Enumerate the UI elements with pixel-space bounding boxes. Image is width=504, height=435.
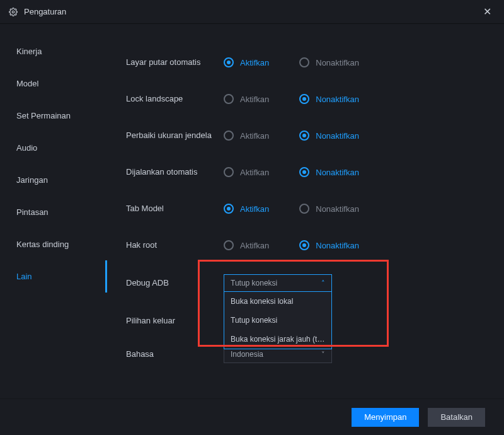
dropdown-option[interactable]: Buka koneksi jarak jauh (ti... (224, 330, 331, 349)
radio-group: Aktifkan Nonaktifkan (224, 57, 359, 67)
close-icon: ✕ (483, 6, 491, 17)
cancel-button[interactable]: Batalkan (428, 408, 485, 427)
sidebar-item-label: Kertas dinding (16, 240, 69, 249)
row-perbaiki-ukuran-jendela: Perbaiki ukuran jendela Aktifkan Nonakti… (126, 117, 479, 154)
radio-disable[interactable]: Nonaktifkan (299, 94, 359, 104)
sidebar-item-kertas-dinding[interactable]: Kertas dinding (0, 228, 107, 260)
sidebar-item-label: Jaringan (16, 175, 48, 185)
debug-adb-dropdown: Buka koneksi lokal Tutup koneksi Buka ko… (224, 292, 332, 349)
sidebar-item-model[interactable]: Model (0, 67, 107, 100)
radio-enable[interactable]: Aktifkan (224, 94, 269, 104)
chevron-up-icon: ˄ (321, 279, 325, 287)
row-debug-adb: Debug ADB Tutup koneksi ˄ Buka koneksi l… (126, 264, 479, 303)
radio-group: Aktifkan Nonaktifkan (224, 167, 359, 177)
close-button[interactable]: ✕ (479, 3, 495, 20)
titlebar: Pengaturan ✕ (0, 0, 504, 24)
row-label: Dijalankan otomatis (126, 166, 224, 178)
radio-disable[interactable]: Nonaktifkan (299, 57, 359, 67)
row-label: Hak root (126, 240, 224, 251)
row-tab-model: Tab Model Aktifkan Nonaktifkan (126, 190, 479, 227)
radio-group: Aktifkan Nonaktifkan (224, 240, 359, 250)
row-label: Layar putar otomatis (126, 57, 224, 68)
save-button[interactable]: Menyimpan (352, 408, 419, 427)
gear-icon (9, 8, 18, 16)
select-value: Tutup koneksi (231, 279, 277, 287)
sidebar-item-label: Model (16, 79, 38, 88)
chevron-down-icon: ˅ (321, 351, 325, 359)
sidebar-item-label: Audio (16, 143, 37, 153)
footer: Menyimpan Batalkan (0, 398, 504, 435)
sidebar-item-lain[interactable]: Lain (0, 260, 107, 293)
radio-disable[interactable]: Nonaktifkan (299, 167, 359, 177)
sidebar-item-label: Kinerja (16, 47, 42, 56)
radio-enable[interactable]: Aktifkan (224, 167, 269, 177)
sidebar-item-label: Set Permainan (16, 111, 71, 120)
row-label: Perbaiki ukuran jendela (126, 130, 224, 141)
window-title: Pengaturan (24, 7, 66, 16)
radio-disable[interactable]: Nonaktifkan (299, 204, 359, 214)
dropdown-option[interactable]: Buka koneksi lokal (224, 292, 331, 311)
row-dijalankan-otomatis: Dijalankan otomatis Aktifkan Nonaktifkan (126, 154, 479, 190)
row-label: Bahasa (126, 349, 224, 360)
sidebar-item-set-permainan[interactable]: Set Permainan (0, 100, 107, 132)
radio-group: Aktifkan Nonaktifkan (224, 130, 359, 141)
radio-disable[interactable]: Nonaktifkan (299, 240, 359, 250)
radio-disable[interactable]: Nonaktifkan (299, 130, 359, 141)
radio-enable[interactable]: Aktifkan (224, 57, 269, 67)
settings-panel: Layar putar otomatis Aktifkan Nonaktifka… (107, 24, 504, 398)
row-lock-landscape: Lock landscape Aktifkan Nonaktifkan (126, 81, 479, 117)
sidebar-item-label: Lain (16, 272, 32, 281)
radio-enable[interactable]: Aktifkan (224, 204, 269, 214)
radio-enable[interactable]: Aktifkan (224, 240, 269, 250)
row-layar-putar-otomatis: Layar putar otomatis Aktifkan Nonaktifka… (126, 44, 479, 81)
sidebar-item-pintasan[interactable]: Pintasan (0, 196, 107, 228)
dropdown-option[interactable]: Tutup koneksi (224, 311, 331, 330)
sidebar-item-jaringan[interactable]: Jaringan (0, 164, 107, 196)
select-value: Indonesia (231, 350, 263, 359)
radio-enable[interactable]: Aktifkan (224, 130, 269, 141)
sidebar-item-kinerja[interactable]: Kinerja (0, 35, 107, 67)
svg-point-0 (12, 11, 14, 13)
row-label: Tab Model (126, 203, 224, 214)
row-label: Lock landscape (126, 93, 224, 105)
radio-group: Aktifkan Nonaktifkan (224, 204, 359, 214)
row-label: Debug ADB (126, 277, 224, 289)
row-hak-root: Hak root Aktifkan Nonaktifkan (126, 227, 479, 264)
sidebar: Kinerja Model Set Permainan Audio Jaring… (0, 24, 107, 398)
debug-adb-select[interactable]: Tutup koneksi ˄ (224, 274, 332, 292)
row-label: Pilihan keluar (126, 315, 224, 327)
sidebar-item-label: Pintasan (16, 207, 49, 217)
sidebar-item-audio[interactable]: Audio (0, 132, 107, 164)
radio-group: Aktifkan Nonaktifkan (224, 94, 359, 104)
